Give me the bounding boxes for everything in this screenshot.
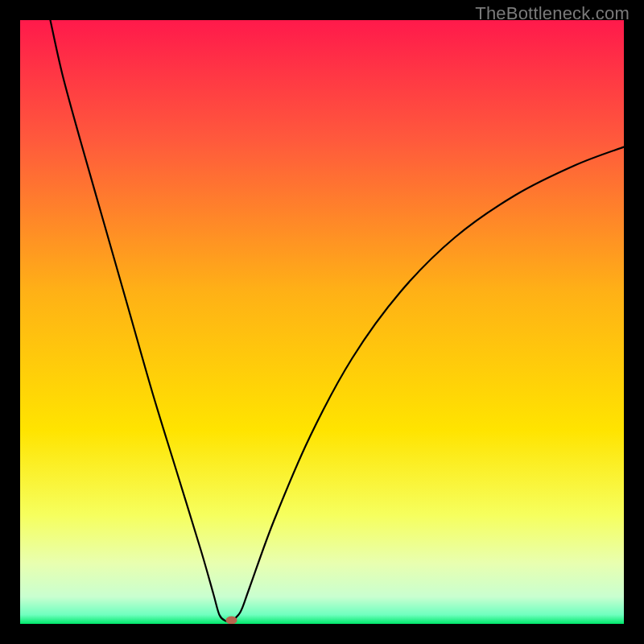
curve-layer — [20, 20, 624, 624]
plot-area — [20, 20, 624, 624]
bottleneck-curve — [51, 20, 625, 621]
chart-frame: TheBottleneck.com — [0, 0, 644, 644]
